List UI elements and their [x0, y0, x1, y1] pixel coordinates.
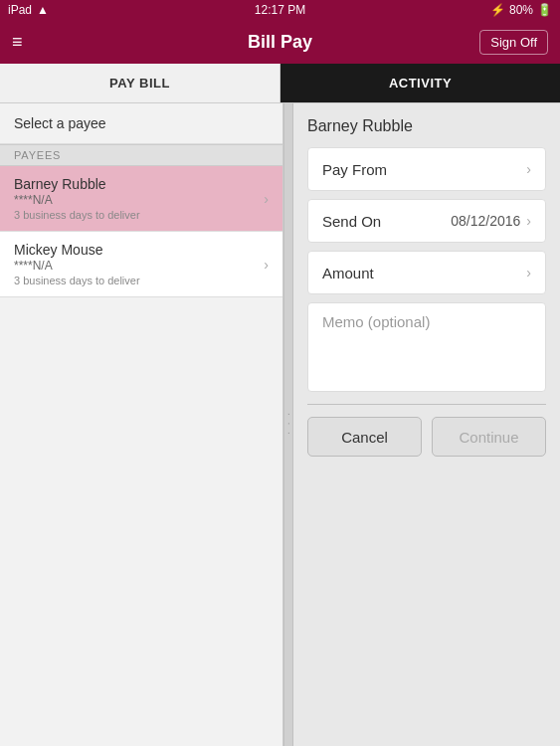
payee-account-mickey: ****N/A — [14, 259, 140, 273]
payee-info-barney: Barney Rubble ****N/A 3 business days to… — [14, 176, 140, 221]
left-panel: Select a payee PAYEES Barney Rubble ****… — [0, 103, 283, 746]
cancel-button[interactable]: Cancel — [307, 417, 422, 457]
tab-activity[interactable]: ACTIVITY — [280, 64, 560, 102]
status-left: iPad ▲ — [8, 3, 49, 17]
send-on-chevron-icon: › — [526, 213, 531, 229]
pay-from-label: Pay From — [322, 161, 387, 178]
send-on-label: Send On — [322, 213, 381, 230]
payee-delivery-mickey: 3 business days to deliver — [14, 275, 140, 286]
payee-item-mickey[interactable]: Mickey Mouse ****N/A 3 business days to … — [0, 232, 282, 297]
amount-label: Amount — [322, 265, 374, 281]
payee-name-barney: Barney Rubble — [14, 176, 140, 192]
pay-from-row[interactable]: Pay From › — [307, 147, 546, 191]
header-title: Bill Pay — [248, 32, 312, 53]
wifi-icon: ▲ — [37, 3, 49, 17]
amount-row[interactable]: Amount › — [307, 251, 546, 294]
carrier-label: iPad — [8, 3, 32, 17]
send-on-date: 08/12/2016 — [451, 213, 520, 229]
tab-pay-bill[interactable]: PAY BILL — [0, 64, 280, 102]
select-payee-header: Select a payee — [0, 103, 282, 144]
send-on-value-container: 08/12/2016 › — [451, 213, 531, 229]
memo-placeholder: Memo (optional) — [322, 313, 430, 330]
amount-chevron-icon: › — [526, 265, 531, 280]
payee-item-barney[interactable]: Barney Rubble ****N/A 3 business days to… — [0, 166, 282, 232]
selected-payee-name: Barney Rubble — [307, 117, 546, 135]
button-row: Cancel Continue — [307, 417, 546, 457]
payee-account-barney: ****N/A — [14, 193, 140, 207]
right-panel: Barney Rubble Pay From › Send On 08/12/2… — [293, 103, 560, 746]
send-on-row[interactable]: Send On 08/12/2016 › — [307, 199, 546, 243]
sign-off-button[interactable]: Sign Off — [479, 30, 548, 55]
tab-bar: PAY BILL ACTIVITY — [0, 64, 560, 103]
chevron-right-icon-2: › — [264, 257, 269, 273]
divider-handle: · · · — [283, 103, 293, 746]
menu-icon[interactable]: ≡ — [12, 32, 23, 53]
bluetooth-icon: ⚡ — [490, 3, 505, 17]
battery-level: 80% — [509, 3, 533, 17]
continue-button[interactable]: Continue — [432, 417, 546, 457]
payee-info-mickey: Mickey Mouse ****N/A 3 business days to … — [14, 242, 140, 286]
app-header: ≡ Bill Pay Sign Off — [0, 20, 560, 64]
chevron-right-icon: › — [264, 191, 269, 207]
status-right: ⚡ 80% 🔋 — [490, 3, 552, 17]
status-bar: iPad ▲ 12:17 PM ⚡ 80% 🔋 — [0, 0, 560, 20]
separator-line — [307, 404, 546, 405]
payees-section-header: PAYEES — [0, 144, 282, 166]
main-content: Select a payee PAYEES Barney Rubble ****… — [0, 103, 560, 746]
payee-delivery-barney: 3 business days to deliver — [14, 209, 140, 221]
memo-box[interactable]: Memo (optional) — [307, 302, 546, 392]
battery-icon: 🔋 — [537, 3, 552, 17]
payee-name-mickey: Mickey Mouse — [14, 242, 140, 258]
pay-from-chevron-icon: › — [526, 161, 531, 177]
status-time: 12:17 PM — [255, 3, 305, 17]
